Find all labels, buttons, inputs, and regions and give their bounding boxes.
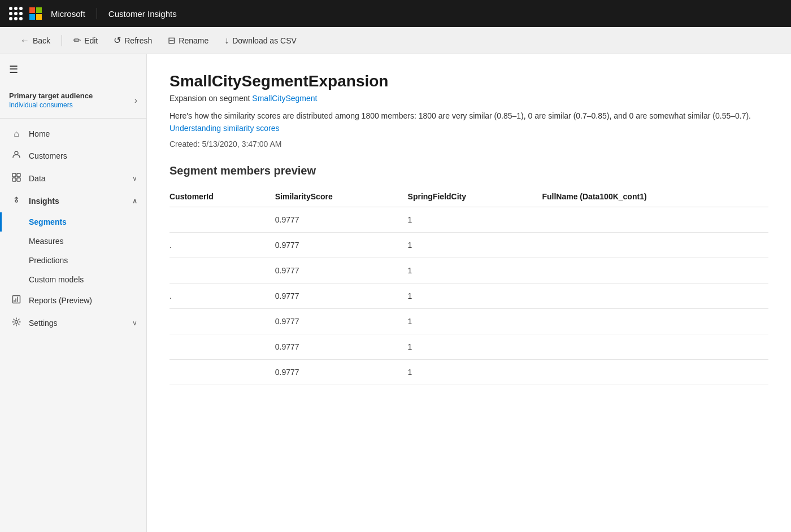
cell-customer-id xyxy=(169,359,275,385)
sidebar-item-reports-label: Reports (Preview) xyxy=(29,296,92,305)
segment-members-table: CustomerId SimilarityScore SpringFieldCi… xyxy=(169,186,768,385)
predictions-label: Predictions xyxy=(29,256,68,265)
sidebar-subitem-custom-models[interactable]: Custom models xyxy=(0,270,146,289)
data-icon xyxy=(11,173,22,184)
content-area: SmallCitySegmentExpansion Expansion on s… xyxy=(147,54,791,532)
back-button[interactable]: ← Back xyxy=(14,32,57,49)
audience-value: Individual consumers xyxy=(9,101,93,109)
cell-similarity-score: 0.9777 xyxy=(275,283,408,308)
edit-label: Edit xyxy=(84,36,98,45)
subtitle-prefix: Expansion on segment xyxy=(169,94,252,103)
topbar-divider xyxy=(97,8,97,19)
sidebar: ☰ Primary target audience Individual con… xyxy=(0,54,147,532)
back-icon: ← xyxy=(20,36,29,46)
content-subtitle: Expansion on segment SmallCitySegment xyxy=(169,94,768,103)
sidebar-item-home-label: Home xyxy=(29,129,50,138)
audience-label: Primary target audience xyxy=(9,91,93,100)
sidebar-item-settings[interactable]: Settings ∨ xyxy=(0,312,146,334)
customers-icon xyxy=(11,150,22,162)
custom-models-label: Custom models xyxy=(29,275,84,284)
table-body: 0.9777 1 . 0.9777 1 0.9777 1 . 0.9777 1 … xyxy=(169,207,768,385)
back-label: Back xyxy=(33,36,50,45)
main-layout: ☰ Primary target audience Individual con… xyxy=(0,54,791,532)
cell-customer-id xyxy=(169,308,275,334)
insights-subnav: Segments Measures Predictions Custom mod… xyxy=(0,212,146,289)
sidebar-item-customers[interactable]: Customers xyxy=(0,145,146,167)
table-row: 0.9777 1 xyxy=(169,308,768,334)
refresh-icon: ↺ xyxy=(114,35,121,46)
app-name-label: Customer Insights xyxy=(108,9,177,19)
svg-point-7 xyxy=(15,321,18,324)
edit-button[interactable]: ✏ Edit xyxy=(67,32,105,49)
cell-customer-id xyxy=(169,207,275,232)
edit-icon: ✏ xyxy=(73,35,81,46)
content-description: Here's how the similarity scores are dis… xyxy=(169,110,768,135)
download-icon: ↓ xyxy=(224,36,229,46)
cell-springfield-city: 1 xyxy=(408,334,542,359)
insights-chevron-icon: ∧ xyxy=(132,197,137,205)
cell-full-name xyxy=(542,232,768,258)
cell-similarity-score: 0.9777 xyxy=(275,334,408,359)
app-launcher-icon[interactable] xyxy=(9,7,23,20)
description-text: Here's how the similarity scores are dis… xyxy=(169,111,751,120)
insights-icon xyxy=(11,195,22,207)
cell-springfield-city: 1 xyxy=(408,207,542,232)
sidebar-subitem-measures[interactable]: Measures xyxy=(0,232,146,251)
sidebar-subitem-segments[interactable]: Segments xyxy=(0,212,146,232)
col-full-name: FullName (Data100K_cont1) xyxy=(542,186,768,207)
cell-full-name xyxy=(542,283,768,308)
table-header: CustomerId SimilarityScore SpringFieldCi… xyxy=(169,186,768,207)
topbar: Microsoft Customer Insights xyxy=(0,0,791,27)
refresh-button[interactable]: ↺ Refresh xyxy=(107,32,159,49)
cell-full-name xyxy=(542,308,768,334)
cell-springfield-city: 1 xyxy=(408,232,542,258)
reports-icon xyxy=(11,295,22,306)
similarity-scores-link[interactable]: Understanding similarity scores xyxy=(169,124,280,133)
sidebar-item-home[interactable]: ⌂ Home xyxy=(0,123,146,145)
cell-customer-id: . xyxy=(169,232,275,258)
sidebar-item-data[interactable]: Data ∨ xyxy=(0,167,146,190)
download-csv-button[interactable]: ↓ Download as CSV xyxy=(218,32,303,49)
svg-rect-4 xyxy=(17,178,20,181)
cell-full-name xyxy=(542,334,768,359)
rename-label: Rename xyxy=(179,36,208,45)
segment-link[interactable]: SmallCitySegment xyxy=(252,94,317,103)
cell-similarity-score: 0.9777 xyxy=(275,207,408,232)
sidebar-item-insights-label: Insights xyxy=(29,197,59,206)
cell-similarity-score: 0.9777 xyxy=(275,359,408,385)
data-chevron-icon: ∨ xyxy=(132,175,137,182)
table-row: 0.9777 1 xyxy=(169,359,768,385)
audience-chevron-icon: › xyxy=(134,95,137,106)
refresh-label: Refresh xyxy=(124,36,152,45)
segments-label: Segments xyxy=(29,217,67,226)
svg-rect-3 xyxy=(12,178,16,181)
audience-selector[interactable]: Primary target audience Individual consu… xyxy=(0,85,146,119)
sidebar-item-customers-label: Customers xyxy=(29,151,67,160)
settings-icon xyxy=(11,317,22,329)
cell-full-name xyxy=(542,359,768,385)
cell-similarity-score: 0.9777 xyxy=(275,232,408,258)
sidebar-item-settings-label: Settings xyxy=(29,319,58,328)
sidebar-item-reports[interactable]: Reports (Preview) xyxy=(0,289,146,312)
home-icon: ⌂ xyxy=(11,129,22,139)
action-divider xyxy=(62,35,62,46)
svg-point-0 xyxy=(15,151,18,155)
cell-customer-id: . xyxy=(169,283,275,308)
rename-button[interactable]: ⊟ Rename xyxy=(161,32,215,49)
actionbar: ← Back ✏ Edit ↺ Refresh ⊟ Rename ↓ Downl… xyxy=(0,27,791,54)
table-row: 0.9777 1 xyxy=(169,207,768,232)
cell-full-name xyxy=(542,207,768,232)
cell-springfield-city: 1 xyxy=(408,258,542,283)
content-created: Created: 5/13/2020, 3:47:00 AM xyxy=(169,139,768,149)
cell-similarity-score: 0.9777 xyxy=(275,258,408,283)
measures-label: Measures xyxy=(29,237,63,246)
sidebar-nav: ⌂ Home Customers xyxy=(0,119,146,339)
cell-springfield-city: 1 xyxy=(408,359,542,385)
download-csv-label: Download as CSV xyxy=(232,36,297,45)
sidebar-subitem-predictions[interactable]: Predictions xyxy=(0,251,146,270)
cell-similarity-score: 0.9777 xyxy=(275,308,408,334)
hamburger-button[interactable]: ☰ xyxy=(0,54,146,85)
sidebar-item-insights[interactable]: Insights ∧ xyxy=(0,190,146,212)
rename-icon: ⊟ xyxy=(168,35,175,46)
table-row: 0.9777 1 xyxy=(169,258,768,283)
